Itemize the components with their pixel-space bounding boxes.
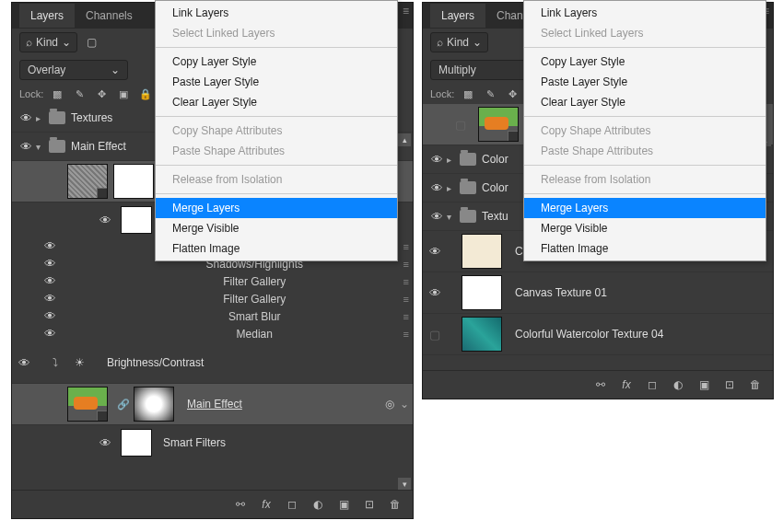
visibility-icon[interactable]: 👁 [16, 140, 36, 154]
layer-thumbnail[interactable] [67, 164, 108, 199]
blend-options-icon[interactable]: ≡ [403, 241, 409, 252]
visibility-icon[interactable]: 👁 [427, 181, 447, 195]
lock-brush-icon[interactable]: ✎ [71, 86, 88, 102]
scroll-down-icon[interactable]: ▾ [398, 478, 411, 491]
menu-release-isolation[interactable]: Release from Isolation [156, 169, 397, 190]
menu-merge-layers[interactable]: Merge Layers [524, 198, 765, 218]
menu-select-linked[interactable]: Select Linked Layers [156, 23, 397, 43]
lock-brush-icon[interactable]: ✎ [482, 86, 498, 102]
visibility-icon[interactable]: 👁 [40, 309, 60, 323]
chevron-right-icon[interactable]: ▸ [36, 113, 49, 123]
trash-icon[interactable]: 🗑 [387, 496, 403, 513]
mask-icon[interactable]: ◻ [644, 376, 660, 393]
menu-paste-style[interactable]: Paste Layer Style [156, 72, 397, 92]
filter-median[interactable]: 👁Median≡ [12, 325, 413, 342]
visibility-icon[interactable]: 👁 [40, 327, 60, 341]
layer-mask-thumbnail[interactable] [113, 164, 154, 199]
link-layers-icon[interactable]: ⚯ [232, 496, 249, 513]
visibility-icon[interactable]: ▢ [450, 118, 471, 132]
layer-mask-thumbnail[interactable] [134, 387, 174, 422]
group-icon[interactable]: ▣ [335, 496, 352, 513]
trash-icon[interactable]: 🗑 [747, 376, 764, 393]
layer-thumbnail[interactable] [462, 275, 502, 310]
visibility-icon[interactable]: 👁 [40, 257, 60, 271]
new-layer-icon[interactable]: ⊡ [721, 376, 738, 393]
visibility-icon[interactable]: 👁 [14, 356, 34, 370]
adjustment-icon[interactable]: ◐ [310, 496, 326, 513]
menu-paste-shape[interactable]: Paste Shape Attributes [524, 141, 765, 161]
link-icon[interactable]: 🔗 [117, 399, 130, 411]
layer-main-effect[interactable]: 🔗 Main Effect ◎ ⌄ [12, 384, 413, 425]
chevron-down-icon[interactable]: ▾ [447, 212, 460, 222]
lock-transparency-icon[interactable]: ▩ [49, 86, 65, 102]
chevron-right-icon[interactable]: ▸ [447, 155, 460, 165]
filter-mask-thumbnail[interactable] [121, 206, 152, 234]
scroll-up-icon[interactable]: ▴ [398, 133, 411, 146]
visibility-icon[interactable]: 👁 [425, 245, 445, 259]
adjustment-icon[interactable]: ◐ [670, 376, 686, 393]
layer-thumbnail[interactable] [67, 387, 108, 422]
menu-copy-style[interactable]: Copy Layer Style [524, 52, 765, 72]
visibility-icon[interactable]: 👁 [95, 214, 115, 227]
menu-clear-style[interactable]: Clear Layer Style [524, 92, 765, 112]
layer-watercolor-04[interactable]: ▢ Colorful Watercolor Texture 04 [423, 314, 773, 355]
layer-thumbnail[interactable] [462, 234, 502, 269]
menu-flatten-image[interactable]: Flatten Image [156, 238, 397, 259]
menu-icon[interactable]: ≡ [403, 5, 409, 17]
lock-artboard-icon[interactable]: ▣ [115, 86, 132, 102]
blend-options-icon[interactable]: ≡ [403, 294, 409, 305]
visibility-icon[interactable]: 👁 [425, 286, 445, 300]
new-layer-icon[interactable]: ⊡ [361, 496, 378, 513]
menu-link-layers[interactable]: Link Layers [524, 3, 765, 23]
fx-icon[interactable]: fx [618, 376, 635, 393]
menu-link-layers[interactable]: Link Layers [156, 3, 397, 23]
lock-all-icon[interactable]: 🔒 [137, 86, 154, 102]
visibility-icon[interactable]: 👁 [40, 292, 60, 306]
menu-paste-shape[interactable]: Paste Shape Attributes [156, 141, 397, 161]
tab-layers[interactable]: Layers [19, 4, 75, 28]
chevron-right-icon[interactable]: ▸ [447, 183, 460, 193]
blend-options-icon[interactable]: ≡ [403, 259, 409, 270]
blend-options-icon[interactable]: ≡ [403, 276, 409, 287]
link-layers-icon[interactable]: ⚯ [592, 376, 609, 393]
blend-mode-select[interactable]: Overlay ⌄ [19, 60, 128, 80]
lock-transparency-icon[interactable]: ▩ [460, 86, 476, 102]
lock-position-icon[interactable]: ✥ [93, 86, 110, 102]
menu-copy-shape[interactable]: Copy Shape Attributes [524, 121, 765, 141]
visibility-icon[interactable]: 👁 [16, 111, 36, 125]
menu-select-linked[interactable]: Select Linked Layers [524, 23, 765, 43]
menu-copy-style[interactable]: Copy Layer Style [156, 52, 397, 72]
filter-smart-blur[interactable]: 👁Smart Blur≡ [12, 307, 413, 325]
visibility-icon[interactable]: ▢ [425, 328, 445, 341]
menu-release-isolation[interactable]: Release from Isolation [524, 169, 765, 190]
tab-layers[interactable]: Layers [430, 4, 485, 28]
menu-merge-layers[interactable]: Merge Layers [156, 198, 397, 218]
visibility-icon[interactable]: 👁 [95, 436, 115, 450]
lock-position-icon[interactable]: ✥ [504, 86, 520, 102]
blend-options-icon[interactable]: ≡ [403, 311, 409, 322]
fx-icon[interactable]: fx [258, 496, 275, 513]
filter-gallery-1[interactable]: 👁Filter Gallery≡ [12, 272, 413, 290]
kind-select[interactable]: ⌕ Kind ⌄ [19, 32, 77, 52]
tab-channels[interactable]: Channels [75, 4, 144, 28]
chevron-down-icon[interactable]: ▾ [36, 142, 49, 152]
visibility-icon[interactable]: 👁 [427, 210, 447, 224]
menu-merge-visible[interactable]: Merge Visible [524, 218, 765, 238]
visibility-icon[interactable]: 👁 [40, 239, 60, 253]
chevron-down-icon[interactable]: ⌄ [400, 398, 409, 411]
visibility-icon[interactable]: 👁 [40, 274, 60, 288]
menu-merge-visible[interactable]: Merge Visible [156, 218, 397, 238]
kind-select[interactable]: ⌕ Kind ⌄ [430, 32, 488, 52]
mask-icon[interactable]: ◻ [284, 496, 300, 513]
layer-thumbnail[interactable] [478, 107, 519, 142]
menu-clear-style[interactable]: Clear Layer Style [156, 92, 397, 112]
blend-options-icon[interactable]: ≡ [403, 329, 409, 340]
layer-thumbnail[interactable] [462, 317, 502, 352]
filter-pixel-icon[interactable]: ▢ [83, 34, 99, 51]
filter-mask-thumbnail[interactable] [121, 429, 152, 457]
filter-gallery-2[interactable]: 👁Filter Gallery≡ [12, 290, 413, 307]
menu-flatten-image[interactable]: Flatten Image [524, 238, 765, 259]
layer-canvas-01[interactable]: 👁 Canvas Texture 01 [423, 272, 773, 314]
visibility-icon[interactable]: 👁 [427, 153, 447, 167]
menu-copy-shape[interactable]: Copy Shape Attributes [156, 121, 397, 141]
